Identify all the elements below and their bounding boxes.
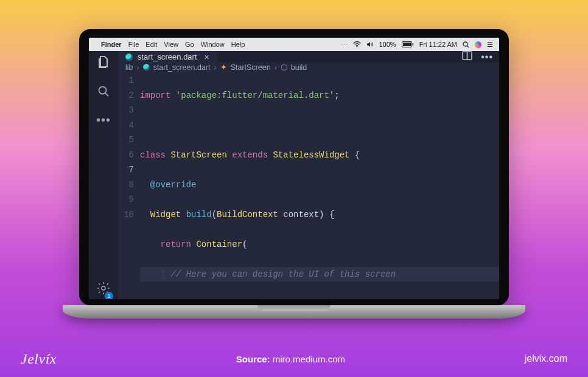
- mac-menu-help[interactable]: Help: [231, 41, 245, 48]
- editor-more-icon[interactable]: •••: [481, 52, 493, 63]
- tab-bar: start_screen.dart × •••: [118, 51, 499, 63]
- svg-rect-3: [412, 43, 413, 46]
- source-attribution: Source: miro.medium.com: [236, 354, 345, 364]
- bluetooth-icon[interactable]: ⋯: [341, 41, 348, 49]
- wifi-icon[interactable]: [353, 41, 361, 47]
- code-content[interactable]: import 'package:flutter/material.dart'; …: [140, 73, 499, 299]
- svg-line-7: [105, 93, 108, 96]
- split-editor-icon[interactable]: [462, 51, 472, 63]
- svg-point-8: [102, 286, 105, 290]
- screen: Finder File Edit View Go Window Help ⋯ 1…: [89, 38, 499, 299]
- breadcrumb-folder[interactable]: lib: [125, 63, 133, 72]
- settings-icon[interactable]: 1: [96, 281, 111, 299]
- volume-icon[interactable]: [366, 41, 374, 47]
- site-url: jelvix.com: [525, 353, 567, 364]
- line-number-gutter: 12345678910: [118, 73, 140, 299]
- tab-filename: start_screen.dart: [138, 52, 197, 61]
- laptop-mockup: Finder File Edit View Go Window Help ⋯ 1…: [79, 29, 509, 321]
- breadcrumb-method[interactable]: build: [291, 63, 307, 72]
- mac-menu-edit[interactable]: Edit: [145, 41, 157, 48]
- editor-actions: •••: [462, 51, 499, 63]
- spotlight-icon[interactable]: [463, 41, 469, 48]
- explorer-icon[interactable]: [96, 55, 111, 73]
- battery-percent: 100%: [379, 41, 396, 48]
- svg-point-4: [463, 42, 467, 46]
- footer: Jelvíx Source: miro.medium.com jelvix.co…: [0, 341, 588, 377]
- brand-logo: Jelvíx: [21, 351, 57, 367]
- dart-file-icon: [125, 54, 133, 61]
- breadcrumbs[interactable]: lib › start_screen.dart › ✦ StartScreen …: [118, 63, 499, 72]
- mac-menu-view[interactable]: View: [164, 41, 178, 48]
- tab-start-screen[interactable]: start_screen.dart ×: [118, 51, 217, 63]
- svg-point-6: [99, 87, 107, 94]
- mac-menu-go[interactable]: Go: [185, 41, 194, 48]
- svg-point-0: [356, 46, 357, 47]
- dart-file-icon: [143, 64, 150, 71]
- laptop-base: [63, 305, 525, 319]
- control-center-icon[interactable]: ☰: [487, 41, 493, 49]
- method-symbol-icon: ⬡: [281, 63, 287, 72]
- activity-bar: ••• 1: [89, 51, 118, 299]
- chevron-right-icon: ›: [275, 63, 277, 72]
- breadcrumb-class[interactable]: StartScreen: [231, 63, 271, 72]
- mac-menu-window[interactable]: Window: [201, 41, 225, 48]
- svg-rect-2: [403, 43, 411, 46]
- mac-menu-app[interactable]: Finder: [101, 41, 122, 48]
- chevron-right-icon: ›: [214, 63, 216, 72]
- code-editor[interactable]: 12345678910 import 'package:flutter/mate…: [118, 72, 499, 299]
- editor-area: start_screen.dart × ••• lib ›: [118, 51, 499, 299]
- page-background: Finder File Edit View Go Window Help ⋯ 1…: [0, 0, 588, 377]
- laptop-screen-bezel: Finder File Edit View Go Window Help ⋯ 1…: [79, 29, 509, 305]
- settings-badge: 1: [105, 292, 113, 299]
- tab-close-icon[interactable]: ×: [205, 52, 209, 62]
- breadcrumb-file[interactable]: start_screen.dart: [153, 63, 211, 72]
- clock-text[interactable]: Fri 11:22 AM: [419, 41, 457, 48]
- siri-icon[interactable]: [475, 41, 481, 48]
- battery-icon[interactable]: [402, 41, 414, 47]
- class-symbol-icon: ✦: [220, 63, 227, 72]
- vscode-window: ••• 1 start_screen.dart ×: [89, 51, 499, 299]
- mac-menubar: Finder File Edit View Go Window Help ⋯ 1…: [89, 38, 499, 51]
- search-icon[interactable]: [96, 84, 111, 102]
- more-icon[interactable]: •••: [96, 113, 111, 127]
- svg-line-5: [467, 46, 469, 47]
- chevron-right-icon: ›: [137, 63, 139, 72]
- mac-menu-file[interactable]: File: [128, 41, 139, 48]
